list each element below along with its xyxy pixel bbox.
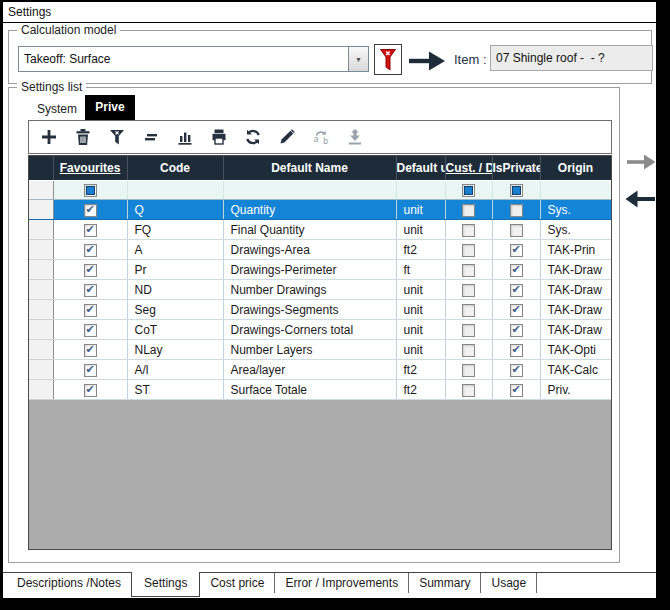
is-private-checkbox[interactable]	[510, 324, 523, 337]
column-header-default-unit[interactable]: Default unit	[396, 156, 445, 181]
is-private-checkbox[interactable]	[510, 204, 523, 217]
cust-default-checkbox[interactable]	[462, 324, 475, 337]
column-header-cust-default[interactable]: Cust. / Default	[445, 156, 492, 181]
match-button[interactable]	[140, 125, 162, 149]
cust-default-checkbox[interactable]	[462, 244, 475, 257]
cell-is-private[interactable]	[492, 340, 540, 360]
tab-system[interactable]: System	[29, 98, 85, 120]
cell-code[interactable]: A	[127, 240, 223, 260]
row-selector-cell[interactable]	[29, 280, 53, 300]
cell-default-name[interactable]: Number Layers	[223, 340, 396, 360]
add-button[interactable]	[38, 125, 60, 149]
row-selector-cell[interactable]	[29, 200, 53, 220]
column-header-origin[interactable]: Origin	[540, 156, 611, 181]
is-private-checkbox[interactable]	[510, 384, 523, 397]
item-field[interactable]: 07 Shingle roof - - ?	[490, 45, 653, 71]
cell-code[interactable]: NLay	[127, 340, 223, 360]
filter-cell-cust-default[interactable]	[445, 181, 492, 200]
cell-default-unit[interactable]: ft2	[396, 240, 445, 260]
cell-favourites[interactable]	[53, 240, 127, 260]
row-selector-cell[interactable]	[29, 380, 53, 400]
cell-default-unit[interactable]: unit	[396, 320, 445, 340]
cell-favourites[interactable]	[53, 200, 127, 220]
cust-default-checkbox[interactable]	[462, 224, 475, 237]
cell-default-unit[interactable]: unit	[396, 200, 445, 220]
cell-code[interactable]: ND	[127, 280, 223, 300]
favourite-checkbox[interactable]	[84, 364, 97, 377]
cell-is-private[interactable]	[492, 260, 540, 280]
print-button[interactable]	[208, 125, 230, 149]
filter-checkbox-favourites[interactable]	[84, 184, 97, 197]
cell-origin[interactable]: TAK-Opti	[540, 340, 611, 360]
cell-is-private[interactable]	[492, 320, 540, 340]
cell-origin[interactable]: Priv.	[540, 380, 611, 400]
cell-origin[interactable]: TAK-Draw	[540, 260, 611, 280]
row-selector-cell[interactable]	[29, 300, 53, 320]
row-selector-cell[interactable]	[29, 360, 53, 380]
favourite-checkbox[interactable]	[84, 324, 97, 337]
cell-default-unit[interactable]: ft2	[396, 380, 445, 400]
cell-code[interactable]: Q	[127, 200, 223, 220]
cell-cust-default[interactable]	[445, 240, 492, 260]
model-filter-button[interactable]	[374, 44, 402, 75]
tab-summary[interactable]: Summary	[409, 573, 481, 593]
table-row[interactable]: SegDrawings-SegmentsunitTAK-Draw	[29, 300, 611, 320]
cell-favourites[interactable]	[53, 360, 127, 380]
column-header-default-name[interactable]: Default Name	[223, 156, 396, 181]
cell-is-private[interactable]	[492, 220, 540, 240]
table-row[interactable]: PrDrawings-PerimeterftTAK-Draw	[29, 260, 611, 280]
tab-cost-price[interactable]: Cost price	[200, 573, 275, 593]
cell-code[interactable]: Pr	[127, 260, 223, 280]
move-right-button[interactable]	[625, 150, 657, 178]
cell-favourites[interactable]	[53, 300, 127, 320]
cell-default-unit[interactable]: unit	[396, 300, 445, 320]
table-row[interactable]: NDNumber DrawingsunitTAK-Draw	[29, 280, 611, 300]
calculation-model-combobox[interactable]: Takeoff: Surface	[18, 46, 369, 72]
cell-is-private[interactable]	[492, 240, 540, 260]
cell-cust-default[interactable]	[445, 340, 492, 360]
filter-button[interactable]	[106, 125, 128, 149]
cell-origin[interactable]: Sys.	[540, 200, 611, 220]
tab-prive[interactable]: Prive	[85, 95, 135, 120]
favourite-checkbox[interactable]	[84, 204, 97, 217]
favourite-checkbox[interactable]	[84, 284, 97, 297]
cell-default-unit[interactable]: ft2	[396, 360, 445, 380]
cust-default-checkbox[interactable]	[462, 304, 475, 317]
favourite-checkbox[interactable]	[84, 244, 97, 257]
cell-default-name[interactable]: Area/layer	[223, 360, 396, 380]
cell-default-name[interactable]: Drawings-Area	[223, 240, 396, 260]
cell-cust-default[interactable]	[445, 260, 492, 280]
cell-default-name[interactable]: Quantity	[223, 200, 396, 220]
filter-cell-favourites[interactable]	[53, 181, 127, 200]
cell-cust-default[interactable]	[445, 220, 492, 240]
table-row[interactable]: STSurface Totaleft2Priv.	[29, 380, 611, 400]
is-private-checkbox[interactable]	[510, 244, 523, 257]
cust-default-checkbox[interactable]	[462, 364, 475, 377]
filter-cell-is-private[interactable]	[492, 181, 540, 200]
cell-default-unit[interactable]: unit	[396, 220, 445, 240]
cell-code[interactable]: ST	[127, 380, 223, 400]
favourite-checkbox[interactable]	[84, 304, 97, 317]
refresh-button[interactable]	[242, 125, 264, 149]
table-row[interactable]: ADrawings-Areaft2TAK-Prin	[29, 240, 611, 260]
column-header-is-private[interactable]: IsPrivate	[492, 156, 540, 181]
cell-default-name[interactable]: Drawings-Segments	[223, 300, 396, 320]
cell-cust-default[interactable]	[445, 300, 492, 320]
cell-is-private[interactable]	[492, 360, 540, 380]
cell-default-name[interactable]: Drawings-Perimeter	[223, 260, 396, 280]
cell-favourites[interactable]	[53, 340, 127, 360]
cell-code[interactable]: A/l	[127, 360, 223, 380]
cell-code[interactable]: FQ	[127, 220, 223, 240]
favourite-checkbox[interactable]	[84, 344, 97, 357]
cell-default-name[interactable]: Number Drawings	[223, 280, 396, 300]
row-selector-cell[interactable]	[29, 240, 53, 260]
is-private-checkbox[interactable]	[510, 224, 523, 237]
cell-cust-default[interactable]	[445, 360, 492, 380]
cell-is-private[interactable]	[492, 380, 540, 400]
cell-cust-default[interactable]	[445, 380, 492, 400]
table-row[interactable]: FQFinal QuantityunitSys.	[29, 220, 611, 240]
cell-origin[interactable]: TAK-Draw	[540, 300, 611, 320]
filter-checkbox-cust-default[interactable]	[462, 184, 475, 197]
cell-is-private[interactable]	[492, 280, 540, 300]
delete-button[interactable]	[72, 125, 94, 149]
